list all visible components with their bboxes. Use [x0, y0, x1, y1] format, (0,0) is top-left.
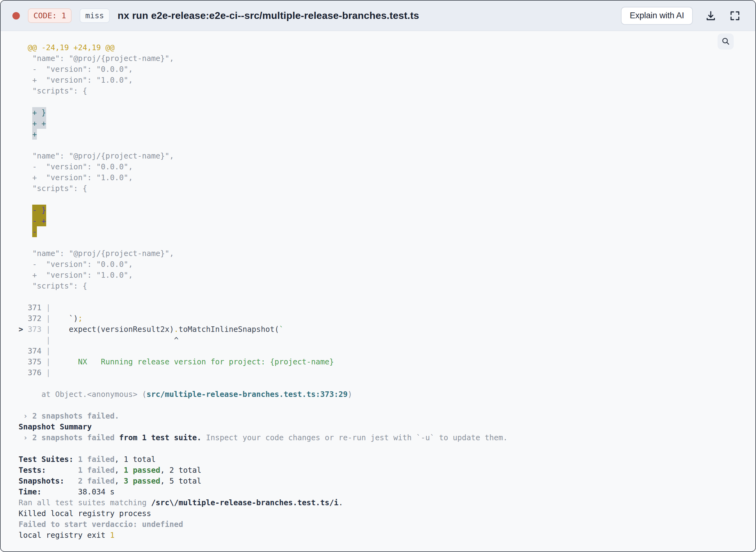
terminal-line: [19, 140, 743, 150]
terminal-line: 376 |: [19, 367, 743, 378]
terminal-line: Tests: 1 failed, 1 passed, 2 total: [19, 465, 743, 475]
terminal-line: Test Suites: 1 failed, 1 total: [19, 454, 743, 465]
terminal-line: @@ -24,19 +24,19 @@: [19, 42, 743, 53]
status-dot: [12, 12, 20, 19]
header-actions: Explain with AI: [621, 7, 741, 25]
download-icon: [705, 10, 717, 22]
terminal-line: [19, 378, 743, 389]
terminal-line: "scripts": {: [19, 280, 743, 291]
terminal-line: - }: [19, 204, 743, 216]
terminal-line: -: [19, 226, 743, 237]
terminal-line: Failed to start verdaccio: undefined: [19, 519, 743, 530]
terminal-line: local registry exit 1: [19, 530, 743, 541]
terminal-line: 372 | `);: [19, 313, 743, 324]
terminal-line: + "version": "1.0.0",: [19, 172, 743, 183]
terminal-line: [19, 96, 743, 107]
search-icon: [721, 36, 730, 47]
terminal-line: Killed local registry process: [19, 508, 743, 519]
terminal-line: | ^: [19, 335, 743, 346]
task-title: nx run e2e-release:e2e-ci--src/multiple-…: [118, 10, 419, 21]
terminal-lines: @@ -24,19 +24,19 @@ "name": "@proj/{proj…: [19, 42, 743, 541]
terminal-line: > 373 | expect(versionResult2x).toMatchI…: [19, 324, 743, 335]
terminal-line: [19, 443, 743, 454]
terminal-line: Time: 38.034 s: [19, 487, 743, 497]
terminal-line: [19, 291, 743, 302]
terminal-line: 375 | NX Running release version for pro…: [19, 356, 743, 367]
terminal-output[interactable]: @@ -24,19 +24,19 @@ "name": "@proj/{proj…: [1, 31, 755, 552]
terminal-line: - "version": "0.0.0",: [19, 64, 743, 75]
terminal-line: Ran all test suites matching /src\/multi…: [19, 497, 743, 508]
window-header: CODE: 1 miss nx run e2e-release:e2e-ci--…: [1, 1, 755, 31]
terminal-line: + +: [19, 118, 743, 129]
terminal-line: - "version": "0.0.0",: [19, 161, 743, 172]
terminal-line: + "version": "1.0.0",: [19, 75, 743, 86]
terminal-line: › 2 snapshots failed from 1 test suite. …: [19, 432, 743, 443]
terminal-line: + }: [19, 107, 743, 118]
terminal-line: - +: [19, 216, 743, 226]
terminal-line: at Object.<anonymous> (src/multiple-rele…: [19, 389, 743, 400]
terminal-line: 374 |: [19, 346, 743, 356]
expand-icon: [729, 10, 741, 22]
terminal-line: "scripts": {: [19, 86, 743, 96]
exit-code-badge: CODE: 1: [28, 8, 72, 23]
cache-miss-badge: miss: [80, 8, 109, 23]
terminal-line: [19, 194, 743, 204]
terminal-line: › 2 snapshots failed.: [19, 411, 743, 421]
terminal-line: "name": "@proj/{project-name}",: [19, 53, 743, 64]
download-button[interactable]: [705, 10, 717, 22]
terminal-line: +: [19, 129, 743, 140]
run-output-window: CODE: 1 miss nx run e2e-release:e2e-ci--…: [0, 0, 756, 552]
terminal-line: - "version": "0.0.0",: [19, 259, 743, 270]
fullscreen-button[interactable]: [729, 10, 741, 22]
explain-with-ai-button[interactable]: Explain with AI: [621, 7, 693, 25]
terminal-line: Snapshot Summary: [19, 421, 743, 432]
terminal-line: "name": "@proj/{project-name}",: [19, 248, 743, 259]
search-button[interactable]: [718, 33, 734, 49]
terminal-line: "name": "@proj/{project-name}",: [19, 150, 743, 161]
terminal-line: [19, 400, 743, 411]
terminal-line: "scripts": {: [19, 183, 743, 194]
terminal-line: 371 |: [19, 302, 743, 313]
terminal-line: + "version": "1.0.0",: [19, 270, 743, 280]
terminal-line: [19, 237, 743, 248]
terminal-line: Snapshots: 2 failed, 3 passed, 5 total: [19, 475, 743, 487]
